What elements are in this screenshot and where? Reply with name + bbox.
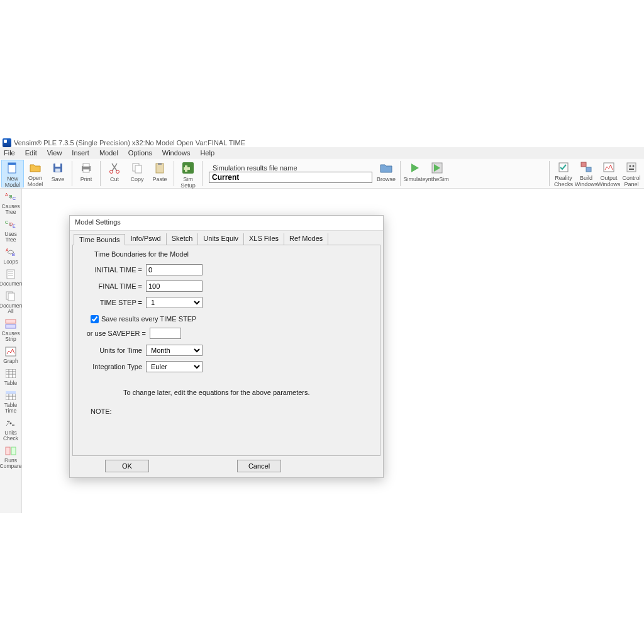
ok-button[interactable]: OK — [105, 460, 149, 472]
new-model-button[interactable]: New Model — [1, 160, 24, 187]
simulate-icon — [408, 161, 421, 175]
units-time-select[interactable]: Month — [146, 345, 203, 356]
final-time-label: FINAL TIME = — [79, 282, 142, 290]
reality-checks-label: Reality Checks — [552, 175, 575, 187]
final-time-input[interactable] — [146, 280, 203, 292]
causes-strip-button[interactable]: Causes Strip — [1, 317, 21, 343]
svg-rect-13 — [158, 163, 162, 165]
section-label: Time Boundaries for the Model — [94, 250, 374, 258]
svg-text:C: C — [5, 220, 8, 225]
analysis-sidebar: ABCCauses Tree CDEUses Tree ABLoops Docu… — [0, 189, 22, 513]
browse-button[interactable]: Browse — [375, 160, 397, 187]
hint-text: To change later, edit the equations for … — [123, 389, 374, 396]
time-step-label: TIME STEP = — [79, 299, 142, 306]
menu-file[interactable]: File — [4, 149, 15, 157]
saveper-input[interactable] — [150, 328, 181, 339]
menu-view[interactable]: View — [47, 149, 62, 157]
svg-rect-3 — [55, 164, 60, 167]
tab-info-pswd[interactable]: Info/Pswd — [125, 233, 166, 245]
initial-time-input[interactable] — [146, 264, 203, 275]
cut-icon — [108, 161, 121, 175]
runs-compare-label: Runs Compare — [0, 458, 21, 469]
cancel-button[interactable]: Cancel — [237, 460, 281, 472]
open-model-icon — [28, 161, 42, 174]
menu-insert[interactable]: Insert — [72, 149, 89, 157]
synthesim-button[interactable]: yntheSim — [426, 160, 448, 187]
print-label: Print — [80, 176, 92, 182]
sim-setup-button[interactable]: Sim Setup — [177, 160, 199, 187]
runs-compare-button[interactable]: Runs Compare — [1, 444, 21, 470]
simulate-label: Simulate — [403, 176, 425, 182]
integration-type-select[interactable]: Euler — [146, 361, 203, 372]
svg-rect-7 — [83, 169, 89, 172]
menu-edit[interactable]: Edit — [25, 149, 37, 157]
svg-rect-40 — [6, 391, 16, 394]
table-icon — [4, 367, 17, 380]
svg-rect-42 — [6, 447, 10, 455]
tab-units-equiv[interactable]: Units Equiv — [198, 233, 244, 245]
build-windows-label: Build Windows — [575, 175, 598, 187]
menu-windows[interactable]: Windows — [162, 149, 191, 157]
control-panel-label: Control Panel — [620, 175, 643, 187]
toolbar-separator — [400, 161, 401, 186]
main-toolbar: New Model Open Model Save Print Cut Copy… — [0, 158, 644, 189]
open-model-label: Open Model — [24, 175, 47, 187]
units-time-label: Units for Time — [79, 347, 142, 354]
causes-tree-label: Causes Tree — [1, 204, 21, 215]
svg-rect-4 — [55, 169, 60, 172]
tab-ref-modes[interactable]: Ref Modes — [284, 233, 328, 245]
control-panel-button[interactable]: Control Panel — [620, 160, 643, 187]
build-windows-button[interactable]: Build Windows — [575, 160, 597, 187]
units-check-label: Units Check — [1, 430, 21, 441]
causes-tree-button[interactable]: ABCCauses Tree — [1, 190, 21, 216]
document-label: Documen — [0, 281, 22, 287]
document-all-label: Documen All — [0, 303, 22, 314]
menubar: File Edit View Insert Model Options Wind… — [0, 147, 644, 158]
menu-model[interactable]: Model — [99, 149, 118, 157]
dialog-title: Model Settings — [70, 216, 383, 231]
simulate-button[interactable]: Simulate — [403, 160, 426, 187]
paste-icon — [153, 161, 167, 175]
copy-button[interactable]: Copy — [126, 160, 148, 187]
graph-label: Graph — [3, 358, 18, 364]
filename-input[interactable] — [209, 172, 372, 183]
saveper-label: or use SAVEPER = — [79, 330, 146, 337]
app-icon — [3, 138, 11, 147]
document-button[interactable]: Documen — [1, 267, 21, 287]
save-label: Save — [52, 176, 65, 182]
open-model-button[interactable]: Open Model — [24, 160, 47, 187]
time-step-select[interactable]: 1 — [146, 297, 203, 308]
save-every-checkbox[interactable] — [91, 315, 99, 323]
loops-button[interactable]: ABLoops — [1, 245, 21, 265]
tab-xls-files[interactable]: XLS Files — [244, 233, 284, 245]
menu-help[interactable]: Help — [200, 149, 214, 157]
causes-tree-icon: ABC — [4, 191, 17, 203]
svg-rect-43 — [11, 447, 16, 455]
tab-sketch[interactable]: Sketch — [167, 233, 199, 245]
tab-time-bounds[interactable]: Time Bounds — [74, 234, 125, 245]
sim-setup-icon — [181, 161, 195, 175]
uses-tree-button[interactable]: CDEUses Tree — [1, 218, 21, 243]
uses-tree-icon: CDE — [4, 218, 17, 231]
paste-button[interactable]: Paste — [148, 160, 171, 187]
svg-rect-11 — [135, 165, 142, 173]
runs-compare-icon — [4, 445, 17, 457]
control-panel-icon — [625, 161, 638, 174]
graph-icon — [4, 345, 17, 358]
print-button[interactable]: Print — [75, 160, 97, 187]
filename-label: Simulation results file name — [213, 164, 372, 172]
output-windows-button[interactable]: Output Windows — [597, 160, 620, 187]
reality-checks-button[interactable]: Reality Checks — [552, 160, 575, 187]
table-button[interactable]: Table — [1, 367, 21, 387]
table-time-button[interactable]: Table Time — [1, 389, 21, 414]
menu-options[interactable]: Options — [128, 149, 152, 157]
save-icon — [51, 161, 65, 175]
synthesim-label: yntheSim — [425, 176, 449, 182]
cut-button[interactable]: Cut — [103, 160, 126, 187]
save-button[interactable]: Save — [47, 160, 69, 187]
document-all-button[interactable]: Documen All — [1, 289, 21, 315]
graph-button[interactable]: Graph — [1, 345, 21, 365]
units-check-button[interactable]: Units Check — [1, 416, 21, 442]
uses-tree-label: Uses Tree — [1, 231, 21, 243]
synthesim-icon — [430, 161, 444, 175]
